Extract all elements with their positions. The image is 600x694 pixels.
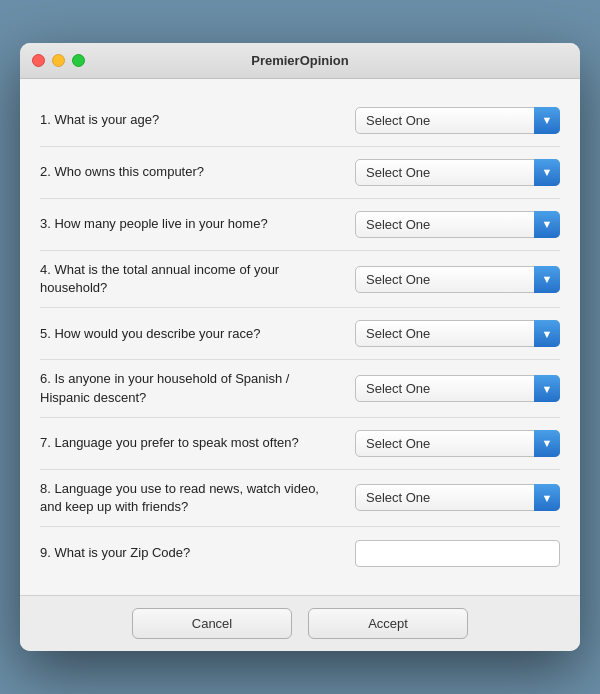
close-button[interactable] — [32, 54, 45, 67]
question-3-text: 3. How many people live in your home? — [40, 215, 355, 233]
minimize-button[interactable] — [52, 54, 65, 67]
question-row: 7. Language you prefer to speak most oft… — [40, 418, 560, 470]
select-wrapper-8: Select One▼ — [355, 484, 560, 511]
question-row: 9. What is your Zip Code? — [40, 527, 560, 579]
select-wrapper-5: Select One▼ — [355, 320, 560, 347]
select-6[interactable]: Select One — [355, 375, 560, 402]
question-4-text: 4. What is the total annual income of yo… — [40, 261, 355, 297]
question-row: 5. How would you describe your race?Sele… — [40, 308, 560, 360]
select-8[interactable]: Select One — [355, 484, 560, 511]
question-row: 2. Who owns this computer?Select One▼ — [40, 147, 560, 199]
select-1[interactable]: Select One — [355, 107, 560, 134]
select-5[interactable]: Select One — [355, 320, 560, 347]
question-row: 8. Language you use to read news, watch … — [40, 470, 560, 527]
select-wrapper-1: Select One▼ — [355, 107, 560, 134]
select-7[interactable]: Select One — [355, 430, 560, 457]
maximize-button[interactable] — [72, 54, 85, 67]
question-row: 6. Is anyone in your household of Spanis… — [40, 360, 560, 417]
traffic-lights — [32, 54, 85, 67]
select-wrapper-7: Select One▼ — [355, 430, 560, 457]
titlebar: PremierOpinion — [20, 43, 580, 79]
question-1-text: 1. What is your age? — [40, 111, 355, 129]
select-wrapper-2: Select One▼ — [355, 159, 560, 186]
question-8-text: 8. Language you use to read news, watch … — [40, 480, 355, 516]
question-9-text: 9. What is your Zip Code? — [40, 544, 355, 562]
question-row: 1. What is your age?Select One▼ — [40, 95, 560, 147]
accept-button[interactable]: Accept — [308, 608, 468, 639]
app-window: PremierOpinion 1. What is your age?Selec… — [20, 43, 580, 651]
select-wrapper-6: Select One▼ — [355, 375, 560, 402]
footer: Cancel Accept — [20, 595, 580, 651]
select-wrapper-4: Select One▼ — [355, 266, 560, 293]
question-6-text: 6. Is anyone in your household of Spanis… — [40, 370, 355, 406]
select-2[interactable]: Select One — [355, 159, 560, 186]
question-5-text: 5. How would you describe your race? — [40, 325, 355, 343]
select-wrapper-3: Select One▼ — [355, 211, 560, 238]
window-title: PremierOpinion — [251, 53, 349, 68]
cancel-button[interactable]: Cancel — [132, 608, 292, 639]
question-2-text: 2. Who owns this computer? — [40, 163, 355, 181]
question-row: 3. How many people live in your home?Sel… — [40, 199, 560, 251]
select-3[interactable]: Select One — [355, 211, 560, 238]
select-4[interactable]: Select One — [355, 266, 560, 293]
zip-code-input[interactable] — [355, 540, 560, 567]
content-area: 1. What is your age?Select One▼2. Who ow… — [20, 79, 580, 595]
question-7-text: 7. Language you prefer to speak most oft… — [40, 434, 355, 452]
question-row: 4. What is the total annual income of yo… — [40, 251, 560, 308]
